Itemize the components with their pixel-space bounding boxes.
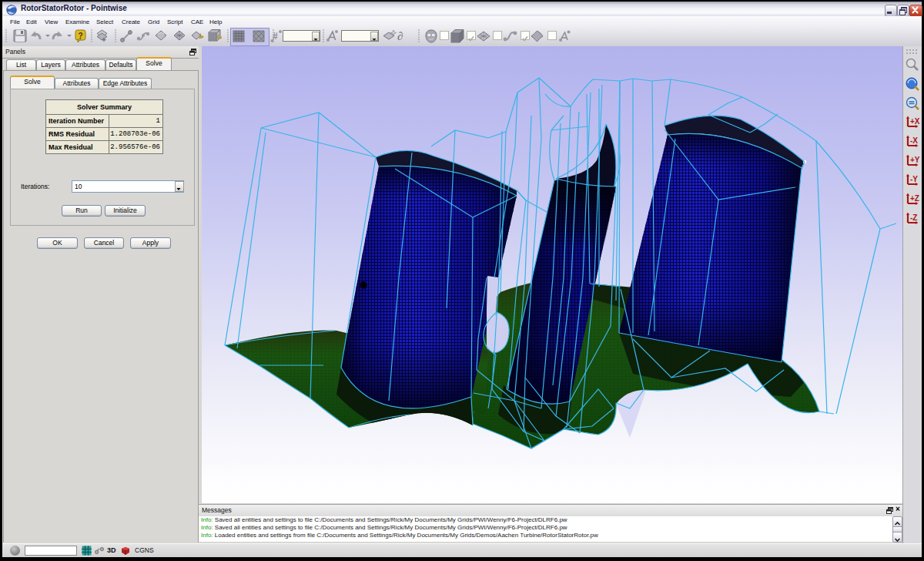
svg-text:+Z: +Z [910, 194, 919, 203]
svg-text:-Y: -Y [910, 175, 918, 183]
svg-text:+Y: +Y [910, 156, 920, 164]
svg-text:-X: -X [910, 136, 918, 145]
svg-text:+X: +X [910, 117, 920, 126]
svg-text:?: ? [78, 32, 82, 40]
svg-text:∂: ∂ [397, 30, 403, 42]
svg-text:-Z: -Z [910, 213, 917, 222]
